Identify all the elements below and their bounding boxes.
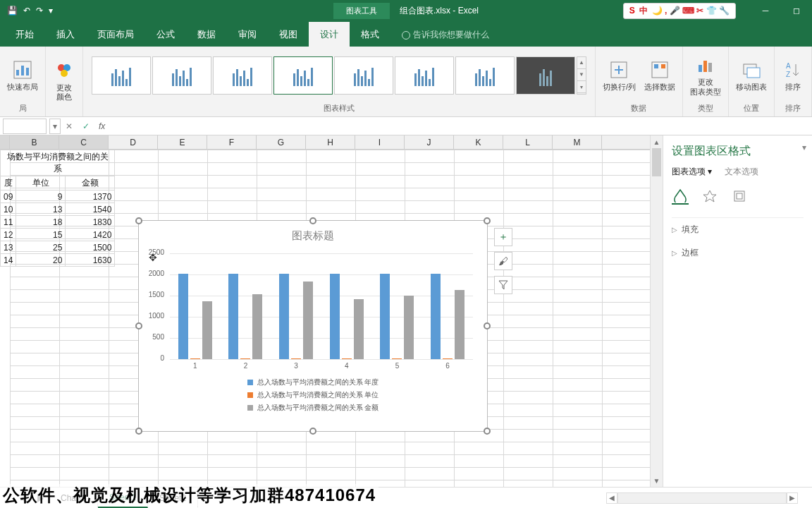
- chart-style-4[interactable]: [273, 56, 333, 95]
- chart-tools-context-tab: 图表工具: [333, 3, 390, 19]
- chart-style-5[interactable]: [334, 56, 393, 95]
- ribbon-tabs: 开始 插入 页面布局 公式 数据 审阅 视图 设计 格式 告诉我你想要做什么: [0, 21, 812, 47]
- sort-icon: AZ: [782, 59, 804, 81]
- tab-design[interactable]: 设计: [309, 22, 350, 47]
- sort-button[interactable]: AZ 排序: [779, 57, 807, 93]
- svg-point-6: [61, 70, 68, 77]
- location-group-label: 位置: [744, 102, 759, 115]
- column-headers[interactable]: BCDEFGHIJKLM: [0, 135, 650, 150]
- data-group-label: 数据: [631, 102, 646, 115]
- tab-insert[interactable]: 插入: [45, 22, 86, 47]
- switch-row-col-button[interactable]: 切换行/列: [600, 57, 639, 93]
- tab-format[interactable]: 格式: [350, 22, 390, 47]
- tab-data[interactable]: 数据: [186, 22, 227, 47]
- select-data-button[interactable]: 选择数据: [641, 57, 678, 93]
- chart-y-axis: 05001000150020002500: [139, 252, 167, 361]
- ime-indicator[interactable]: S 中 🌙 , 🎤 ⌨ ✂ 👕 🔧: [623, 3, 736, 19]
- chart-style-3[interactable]: [213, 56, 272, 95]
- svg-rect-1: [16, 70, 19, 75]
- layout-group-label: 局: [19, 102, 27, 115]
- formula-input[interactable]: [109, 125, 812, 128]
- svg-rect-11: [699, 65, 702, 72]
- svg-rect-2: [21, 66, 24, 75]
- svg-text:A: A: [786, 62, 791, 70]
- type-group-label: 类型: [698, 102, 713, 115]
- chart-style-6[interactable]: [395, 56, 454, 95]
- window-title: 组合图表.xlsx - Excel: [400, 5, 479, 17]
- minimize-button[interactable]: ─: [750, 0, 781, 21]
- move-chart-icon: [740, 59, 763, 81]
- chart-styles-button[interactable]: 🖌: [494, 252, 512, 270]
- size-properties-icon[interactable]: [731, 188, 748, 205]
- pane-title: 设置图表区格式: [672, 141, 804, 166]
- ribbon: 快速布局 局 更改 颜色 ▲▼▾ 图: [0, 47, 812, 117]
- chart-plot-area[interactable]: [170, 253, 473, 359]
- data-table[interactable]: 场数与平均消费额之间的关系度单位金额0991370101315401118183…: [0, 150, 115, 267]
- quick-layout-button[interactable]: 快速布局: [4, 57, 41, 93]
- worksheet-area: BCDEFGHIJKLM 场数与平均消费额之间的关系度单位金额099137010…: [0, 135, 812, 487]
- sort-group-label: 排序: [785, 102, 801, 115]
- quick-access-toolbar: 💾 ↶ ↷ ▾: [0, 6, 53, 16]
- accept-edit-icon[interactable]: ✓: [78, 121, 94, 131]
- move-chart-button[interactable]: 移动图表: [733, 57, 770, 93]
- chart-style-8[interactable]: [516, 56, 575, 95]
- tell-me-input[interactable]: 告诉我你想要做什么: [399, 23, 492, 47]
- chart-style-2[interactable]: [152, 56, 211, 95]
- svg-marker-18: [703, 190, 716, 202]
- tab-formulas[interactable]: 公式: [145, 22, 186, 47]
- chart-elements-button[interactable]: ＋: [494, 228, 512, 246]
- chart-style-1[interactable]: [92, 56, 151, 95]
- tab-review[interactable]: 审阅: [227, 22, 268, 47]
- vertical-scrollbar[interactable]: ▲ ▼: [650, 135, 663, 487]
- chart-legend[interactable]: 总入场数与平均消费额之间的关系 年度总入场数与平均消费额之间的关系 单位总入场数…: [139, 377, 487, 413]
- chart-style-7[interactable]: [455, 56, 515, 95]
- svg-rect-3: [26, 68, 29, 75]
- format-chart-area-pane: 设置图表区格式 ▾ 图表选项 ▾ 文本选项 ▷填充 ▷边框: [663, 135, 812, 487]
- lightbulb-icon: [402, 31, 410, 40]
- cancel-edit-icon[interactable]: ✕: [61, 121, 78, 131]
- change-colors-icon: [53, 59, 75, 82]
- qat-more-icon[interactable]: ▾: [49, 6, 53, 16]
- border-section[interactable]: ▷边框: [672, 241, 804, 265]
- name-box-dropdown[interactable]: ▾: [49, 119, 61, 134]
- chart-x-axis: 123456: [170, 362, 473, 370]
- fill-section[interactable]: ▷填充: [672, 218, 804, 241]
- title-bar: 💾 ↶ ↷ ▾ 图表工具 组合图表.xlsx - Excel S 中 🌙 , 🎤…: [0, 0, 812, 21]
- formula-bar: ▾ ✕ ✓ fx: [0, 117, 812, 135]
- change-chart-type-icon: [694, 54, 717, 76]
- svg-rect-9: [654, 64, 658, 68]
- tab-page-layout[interactable]: 页面布局: [86, 22, 145, 47]
- scroll-down-icon[interactable]: ▼: [651, 474, 663, 487]
- svg-text:Z: Z: [786, 71, 790, 78]
- tab-start[interactable]: 开始: [4, 22, 45, 47]
- svg-rect-19: [734, 191, 744, 201]
- chart-style-gallery[interactable]: ▲▼▾: [92, 56, 586, 95]
- fx-icon[interactable]: fx: [94, 121, 109, 131]
- fill-outline-icon[interactable]: [672, 188, 689, 205]
- chart-filters-button[interactable]: [494, 276, 512, 294]
- svg-rect-13: [708, 63, 712, 72]
- watermark-text: 公软件、视觉及机械设计等学习加群487410674: [0, 484, 379, 507]
- chart-styles-label: 图表样式: [324, 102, 355, 115]
- effects-icon[interactable]: [701, 188, 718, 205]
- undo-icon[interactable]: ↶: [23, 6, 30, 16]
- quick-layout-icon: [11, 59, 34, 81]
- redo-icon[interactable]: ↷: [36, 6, 43, 16]
- maximize-button[interactable]: ◻: [781, 0, 812, 21]
- pane-menu-icon[interactable]: ▾: [802, 143, 806, 152]
- switch-row-col-icon: [608, 59, 630, 81]
- save-icon[interactable]: 💾: [7, 6, 18, 16]
- chart-title[interactable]: 图表标题: [139, 221, 487, 247]
- svg-rect-10: [661, 64, 665, 68]
- text-options-tab[interactable]: 文本选项: [725, 166, 758, 178]
- select-data-icon: [648, 59, 671, 81]
- svg-rect-12: [703, 61, 707, 72]
- change-colors-button[interactable]: 更改 颜色: [50, 58, 78, 103]
- change-chart-type-button[interactable]: 更改 图表类型: [687, 52, 724, 97]
- name-box[interactable]: [3, 119, 47, 134]
- tab-view[interactable]: 视图: [268, 22, 309, 47]
- chart-object[interactable]: ✥ 图表标题 05001000150020002500 123456 总入场数与…: [138, 220, 488, 432]
- style-gallery-scroll[interactable]: ▲▼▾: [577, 56, 586, 95]
- scroll-up-icon[interactable]: ▲: [651, 135, 663, 148]
- chart-options-tab[interactable]: 图表选项 ▾: [672, 166, 712, 178]
